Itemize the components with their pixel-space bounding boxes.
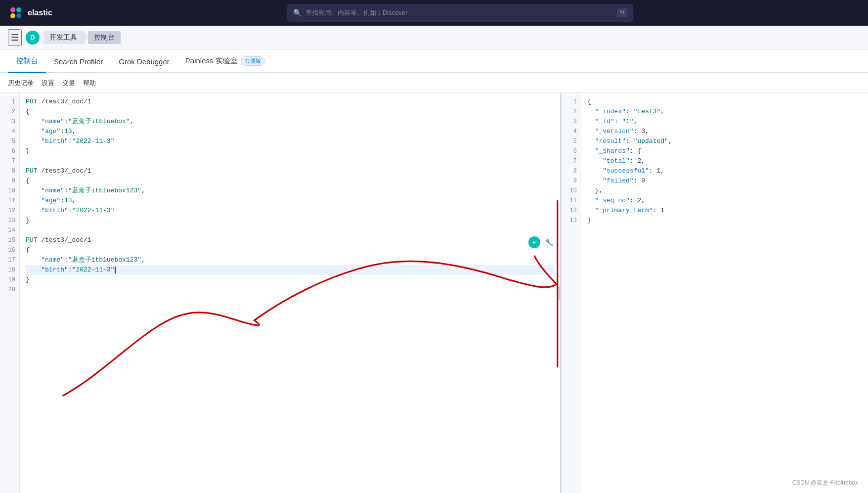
tabs-bar: 控制台 Search Profiler Grok Debugger Painle… xyxy=(0,49,868,73)
code-area[interactable]: PUT /test3/_doc/1 { "name":"蓝盒子itbluebox… xyxy=(20,93,560,493)
brand-name: elastic xyxy=(28,8,52,17)
elastic-logo-icon xyxy=(8,5,24,21)
code-line-11: "age":13, xyxy=(26,196,554,206)
code-line-8: PUT /test3/_doc/1 xyxy=(26,166,554,176)
result-line-3: "_id": "1", xyxy=(587,117,862,127)
code-line-17: "name":"蓝盒子itbluebox123", xyxy=(26,255,554,265)
code-line-7 xyxy=(26,156,554,166)
wrench-button[interactable]: 🔧 xyxy=(543,237,554,248)
toolbar-help[interactable]: 帮助 xyxy=(83,77,96,90)
code-line-14 xyxy=(26,225,554,235)
result-line-11: "_seq_no": 2, xyxy=(587,196,862,206)
panel-divider[interactable]: ⋮ xyxy=(558,286,562,301)
run-area: ▶ 🔧 xyxy=(528,236,554,248)
svg-point-2 xyxy=(16,7,21,12)
code-line-13: } xyxy=(26,216,554,225)
result-line-4: "_version": 3, xyxy=(587,127,862,136)
code-line-5: "birth":"2022-11-3" xyxy=(26,136,554,146)
search-icon: 🔍 xyxy=(293,9,302,17)
code-line-2: { xyxy=(26,107,554,117)
breadcrumb-devtools[interactable]: 开发工具 xyxy=(43,31,83,44)
result-line-1: { xyxy=(587,97,862,107)
elastic-logo[interactable]: elastic xyxy=(8,5,52,21)
svg-point-3 xyxy=(10,13,15,18)
code-line-12: "birth":"2022-11-3" xyxy=(26,206,554,216)
run-button[interactable]: ▶ xyxy=(528,236,540,248)
tab-painless[interactable]: Painless 实验室 公测版 xyxy=(177,50,273,73)
result-code-area: { "_index": "test3", "_id": "1", "_versi… xyxy=(581,93,868,493)
result-line-12: "_primary_term": 1 xyxy=(587,206,862,216)
result-lines: 1 2 3 4 5 6 7 8 9 10 11 12 13 { "_index"… xyxy=(562,93,868,493)
code-line-9: { xyxy=(26,176,554,186)
beta-badge: 公测版 xyxy=(241,56,265,66)
tab-search-profiler[interactable]: Search Profiler xyxy=(46,51,111,73)
toolbar-settings[interactable]: 设置 xyxy=(42,77,54,90)
result-line-5: "result": "updated", xyxy=(587,136,862,146)
result-line-6: "_shards": { xyxy=(587,146,862,156)
code-line-18: "birth":"2022-11-3" xyxy=(26,265,554,275)
result-line-7: "total": 2, xyxy=(587,156,862,166)
code-line-20 xyxy=(26,285,554,295)
editor-panel[interactable]: 1 2 3 4 5 6 7 8 9 10 11 12 13 14 15 16 1… xyxy=(0,93,562,493)
breadcrumb-separator xyxy=(83,31,88,45)
code-line-3: "name":"蓝盒子itbluebox", xyxy=(26,117,554,127)
secondary-nav: ☰ D 开发工具 控制台 xyxy=(0,26,868,49)
result-line-13: } xyxy=(587,216,862,225)
user-avatar[interactable]: D xyxy=(26,31,40,45)
hamburger-button[interactable]: ☰ xyxy=(8,29,22,46)
code-line-16: { xyxy=(26,245,554,255)
result-line-2: "_index": "test3", xyxy=(587,107,862,117)
code-line-15: PUT /test3/_doc/1 xyxy=(26,235,554,245)
global-search[interactable]: 🔍 查找应用、内容等。例如：Discover ^/ xyxy=(287,4,633,22)
tab-console[interactable]: 控制台 xyxy=(8,50,46,73)
editor-lines: 1 2 3 4 5 6 7 8 9 10 11 12 13 14 15 16 1… xyxy=(0,93,560,493)
toolbar-variables[interactable]: 变量 xyxy=(62,77,75,90)
code-line-6: } xyxy=(26,146,554,156)
code-line-10: "name":"蓝盒子itbluebox123", xyxy=(26,186,554,196)
result-panel: 1 2 3 4 5 6 7 8 9 10 11 12 13 { "_index"… xyxy=(562,93,868,493)
top-bar: elastic 🔍 查找应用、内容等。例如：Discover ^/ xyxy=(0,0,868,26)
breadcrumb-console[interactable]: 控制台 xyxy=(88,31,121,44)
toolbar-history[interactable]: 历史记录 xyxy=(8,77,34,90)
main-content: 1 2 3 4 5 6 7 8 9 10 11 12 13 14 15 16 1… xyxy=(0,93,868,493)
toolbar: 历史记录 设置 变量 帮助 xyxy=(0,73,868,93)
code-line-1: PUT /test3/_doc/1 xyxy=(26,97,554,107)
code-line-19: } xyxy=(26,275,554,285)
line-numbers: 1 2 3 4 5 6 7 8 9 10 11 12 13 14 15 16 1… xyxy=(0,93,20,493)
search-placeholder: 查找应用、内容等。例如：Discover xyxy=(305,8,408,17)
svg-point-0 xyxy=(8,5,23,20)
breadcrumb: 开发工具 控制台 xyxy=(43,31,121,45)
result-line-10: }, xyxy=(587,186,862,196)
code-line-4: "age":13, xyxy=(26,127,554,136)
result-line-8: "successful": 1, xyxy=(587,166,862,176)
watermark: CSDN @蓝盒子itbluebox xyxy=(792,479,858,487)
tab-grok-debugger[interactable]: Grok Debugger xyxy=(111,51,177,73)
svg-point-4 xyxy=(16,13,21,18)
result-line-9: "failed": 0 xyxy=(587,176,862,186)
svg-point-1 xyxy=(10,7,15,12)
keyboard-shortcut: ^/ xyxy=(617,8,627,17)
result-line-numbers: 1 2 3 4 5 6 7 8 9 10 11 12 13 xyxy=(562,93,581,493)
